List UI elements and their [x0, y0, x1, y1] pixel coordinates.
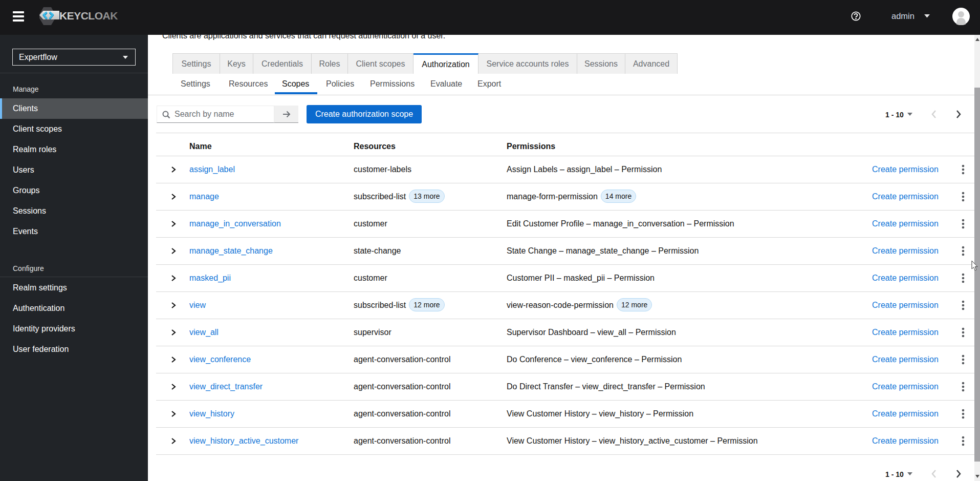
svg-text:KEYCLOAK: KEYCLOAK: [59, 10, 118, 22]
